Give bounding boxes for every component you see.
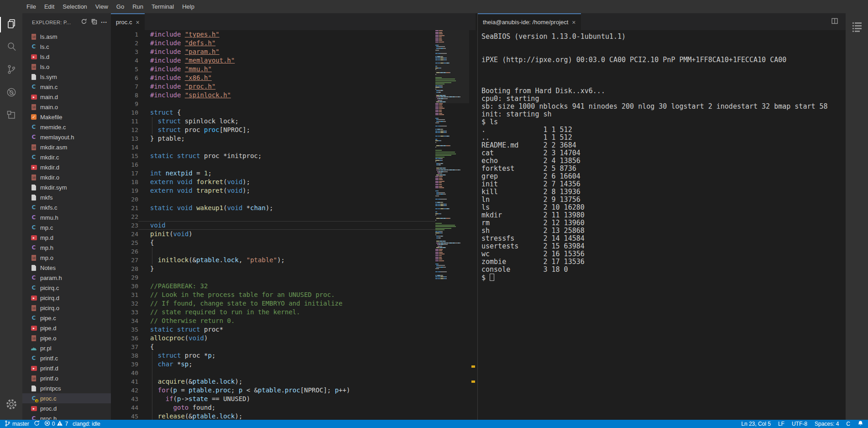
terminal-output[interactable]: SeaBIOS (version 1.13.0-1ubuntu1.1)iPXE … — [478, 30, 846, 420]
file-label: picirq.c — [40, 285, 59, 291]
file-item-mkdir.c[interactable]: Cmkdir.c — [22, 152, 111, 162]
menu-run[interactable]: Run — [128, 0, 147, 13]
file-item-mkdir.asm[interactable]: 10mkdir.asm — [22, 142, 111, 152]
c-file-icon: C — [31, 124, 37, 130]
file-item-proc.c[interactable]: Cproc.c — [22, 393, 111, 403]
activity-settings[interactable] — [0, 398, 22, 412]
file-item-main.d[interactable]: ▸main.d — [22, 92, 111, 102]
file-item-ls.c[interactable]: Cls.c — [22, 42, 111, 52]
code-line: 45 release(&ptable.lock); — [111, 412, 435, 420]
file-item-mp.d[interactable]: ▸mp.d — [22, 232, 111, 243]
file-item-mp.c[interactable]: Cmp.c — [22, 222, 111, 232]
line-number: 36 — [111, 334, 138, 343]
line-number: 17 — [111, 169, 138, 178]
sync-button[interactable] — [34, 420, 40, 428]
activity-search[interactable] — [0, 36, 22, 59]
file-label: proc.d — [40, 405, 57, 412]
line-number: 34 — [111, 317, 138, 325]
editor-code-area[interactable]: 1#include "types.h"2#include "defs.h"3#i… — [111, 30, 435, 420]
file-item-pr.pl[interactable]: pr.pl — [22, 343, 111, 353]
warning-badge-icon — [35, 399, 39, 403]
activity-plugins[interactable] — [0, 105, 22, 127]
encoding-indicator[interactable]: UTF-8 — [792, 421, 807, 427]
file-item-mkdir.o[interactable]: 10mkdir.o — [22, 172, 111, 182]
line-number: 3 — [111, 48, 138, 56]
file-item-ls.o[interactable]: 10ls.o — [22, 62, 111, 72]
line-number: 5 — [111, 65, 138, 74]
file-item-mkdir.d[interactable]: ▸mkdir.d — [22, 162, 111, 172]
line-number: 32 — [111, 299, 138, 308]
outline-view-icon[interactable] — [851, 21, 863, 34]
file-item-mkdir.sym[interactable]: mkdir.sym — [22, 182, 111, 192]
file-item-Makefile[interactable]: ✓Makefile — [22, 112, 111, 122]
clangd-status[interactable]: clangd: idle — [73, 421, 100, 427]
file-item-mkfs[interactable]: mkfs — [22, 192, 111, 202]
menu-help[interactable]: Help — [178, 0, 199, 13]
file-item-memide.c[interactable]: Cmemide.c — [22, 122, 111, 132]
eol-indicator[interactable]: LF — [778, 421, 784, 427]
file-item-printf.d[interactable]: ▸printf.d — [22, 363, 111, 373]
menu-selection[interactable]: Selection — [58, 0, 91, 13]
menu-file[interactable]: File — [22, 0, 40, 13]
file-item-main.c[interactable]: Cmain.c — [22, 82, 111, 92]
file-item-mp.o[interactable]: 10mp.o — [22, 253, 111, 263]
git-branch-indicator[interactable]: master — [5, 420, 29, 428]
more-actions-icon[interactable]: ··· — [101, 20, 107, 25]
indentation-indicator[interactable]: Spaces: 4 — [815, 421, 839, 427]
refresh-icon[interactable] — [81, 18, 87, 26]
file-item-param.h[interactable]: Cparam.h — [22, 273, 111, 283]
split-editor-icon[interactable] — [831, 17, 838, 26]
file-item-printf.o[interactable]: 10printf.o — [22, 373, 111, 383]
code-line: 37{ — [111, 343, 435, 351]
problems-indicator[interactable]: 0 7 — [44, 420, 68, 428]
file-item-pipe.d[interactable]: ▸pipe.d — [22, 323, 111, 333]
file-item-mp.h[interactable]: Cmp.h — [22, 243, 111, 253]
file-item-proc.d[interactable]: ▸proc.d — [22, 403, 111, 413]
file-item-printf.c[interactable]: Cprintf.c — [22, 353, 111, 363]
d-file-icon: ▸ — [31, 53, 37, 60]
error-icon — [44, 420, 50, 428]
file-item-pipe.c[interactable]: Cpipe.c — [22, 313, 111, 323]
file-item-main.o[interactable]: 10main.o — [22, 102, 111, 112]
file-item-picirq.o[interactable]: 10picirq.o — [22, 303, 111, 313]
close-icon[interactable]: × — [136, 19, 139, 26]
file-item-proc.h[interactable]: Cproc.h — [22, 413, 111, 420]
notifications-bell[interactable] — [858, 420, 863, 428]
cursor-position[interactable]: Ln 23, Col 5 — [741, 421, 771, 427]
file-item-ls.asm[interactable]: 10ls.asm — [22, 32, 111, 42]
file-label: picirq.o — [40, 305, 59, 312]
tab-proc-c[interactable]: proc.c × — [111, 13, 145, 30]
perl-icon — [31, 345, 37, 351]
language-mode[interactable]: C — [846, 421, 850, 427]
activity-debug[interactable] — [0, 82, 22, 105]
tab-terminal[interactable]: theia@anubis-ide: /home/project × — [478, 13, 581, 30]
file-item-Notes[interactable]: Notes — [22, 263, 111, 273]
file-item-ls.d[interactable]: ▸ls.d — [22, 52, 111, 62]
d-file-icon: ▸ — [31, 405, 37, 412]
activity-explorer[interactable] — [0, 13, 22, 36]
menu-go[interactable]: Go — [112, 0, 128, 13]
file-item-mmu.h[interactable]: Cmmu.h — [22, 212, 111, 222]
file-item-picirq.c[interactable]: Cpicirq.c — [22, 283, 111, 293]
menu-view[interactable]: View — [91, 0, 112, 13]
minimap[interactable] — [435, 30, 469, 420]
close-icon[interactable]: × — [572, 19, 575, 26]
activity-source-control[interactable] — [0, 59, 22, 82]
file-label: mkfs.c — [40, 204, 58, 211]
plugins-icon — [6, 110, 17, 122]
file-item-memlayout.h[interactable]: Cmemlayout.h — [22, 132, 111, 142]
menu-terminal[interactable]: Terminal — [147, 0, 178, 13]
file-label: pipe.d — [40, 325, 56, 332]
file-label: pr.pl — [40, 345, 52, 352]
code-line: 24pinit(void) — [111, 230, 435, 238]
menu-edit[interactable]: Edit — [40, 0, 58, 13]
line-number: 22 — [111, 212, 138, 221]
file-item-picirq.d[interactable]: ▸picirq.d — [22, 293, 111, 303]
file-item-pipe.o[interactable]: 10pipe.o — [22, 333, 111, 343]
file-item-printpcs[interactable]: printpcs — [22, 383, 111, 393]
file-item-mkfs.c[interactable]: Cmkfs.c — [22, 202, 111, 212]
warning-marker — [471, 380, 475, 383]
file-item-ls.sym[interactable]: ls.sym — [22, 72, 111, 82]
collapse-all-icon[interactable] — [91, 18, 97, 26]
file-label: pipe.o — [40, 335, 56, 342]
